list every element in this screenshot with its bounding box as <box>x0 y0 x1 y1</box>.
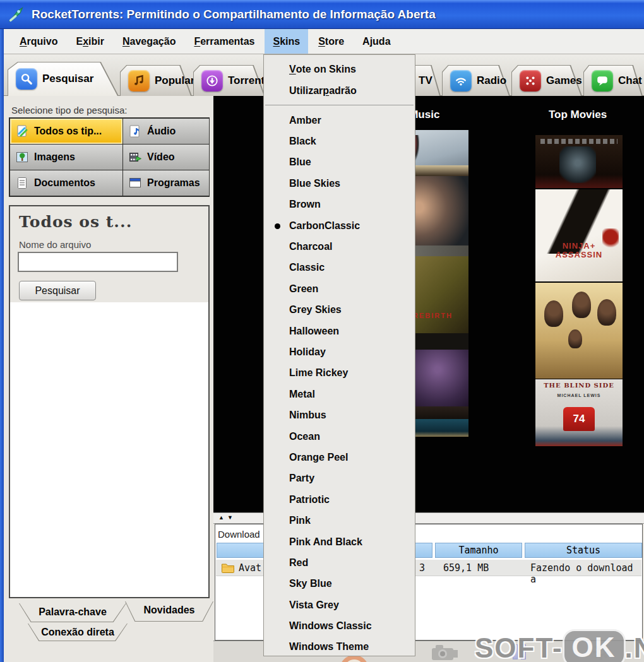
skins-dropdown-menu: Vote on Skins Utilizar padrão Amber Blac… <box>263 54 415 656</box>
tab-radio[interactable]: Radio <box>442 65 510 96</box>
tab-label: Popular <box>155 74 194 87</box>
skin-item-black[interactable]: Black <box>264 131 415 151</box>
filename-label: Nome do arquivo <box>19 239 91 250</box>
programs-icon <box>128 176 142 190</box>
bottom-tab-novidades[interactable]: Novidades <box>125 601 213 622</box>
skin-item-grey-skies[interactable]: Grey Skies <box>264 300 415 321</box>
type-button-imagens[interactable]: Imagens <box>10 145 122 170</box>
skin-item-windows-theme[interactable]: Windows Theme <box>264 637 415 658</box>
skin-item-ocean[interactable]: Ocean <box>264 426 415 447</box>
search-type-grid: Todos os tip... Áudio Imagens Vídeo Docu… <box>9 117 210 197</box>
jersey-number: 74 <box>563 407 595 431</box>
movie-poster[interactable] <box>535 135 623 188</box>
menu-separator <box>265 105 414 105</box>
documents-icon <box>15 176 29 190</box>
all-types-icon <box>15 124 29 138</box>
skin-item-pink[interactable]: Pink <box>264 510 415 531</box>
skin-item-carbonclassic[interactable]: CarbonClassic <box>264 215 415 236</box>
dice-icon <box>520 70 541 92</box>
skin-item-pink-and-black[interactable]: Pink And Black <box>264 531 415 552</box>
type-button-audio[interactable]: Áudio <box>123 119 209 144</box>
menu-skins[interactable]: Skins <box>265 29 308 54</box>
skin-item-metal[interactable]: Metal <box>264 384 415 405</box>
skin-item-lime-rickey[interactable]: Lime Rickey <box>264 363 415 384</box>
skin-item-halloween[interactable]: Halloween <box>264 321 415 341</box>
skin-item-amber[interactable]: Amber <box>264 110 415 131</box>
window-title: RocketTorrents: Permitindo o Compartilha… <box>32 8 436 21</box>
column-header-tamanho[interactable]: Tamanho <box>435 543 522 558</box>
menu-ferramentas[interactable]: Ferramentas <box>186 29 263 54</box>
bottom-tab-conexao-direta[interactable]: Conexão direta <box>28 624 128 641</box>
download-icon <box>201 70 223 92</box>
tab-label: Pesquisar <box>42 73 93 85</box>
menu-arquivo[interactable]: Arquivo <box>11 29 66 54</box>
skin-item-charcoal[interactable]: Charcoal <box>264 236 415 257</box>
tab-torrents[interactable]: Torrents <box>193 65 265 96</box>
wifi-icon <box>450 70 472 92</box>
tab-pesquisar[interactable]: Pesquisar <box>8 62 119 96</box>
menu-ajuda[interactable]: Ajuda <box>354 29 398 54</box>
audio-icon <box>128 124 142 138</box>
menu-navegacao[interactable]: Navegação <box>114 29 184 54</box>
search-form-panel: Todos os t... Nome do arquivo Pesquisar <box>9 205 210 598</box>
bottom-tab-palavra-chave[interactable]: Palavra-chave <box>19 603 126 622</box>
menu-exibir[interactable]: Exibir <box>68 29 112 54</box>
skin-item-classic[interactable]: Classic <box>264 257 415 278</box>
movie-poster-ninja-assassin[interactable]: NINJA+ ASSASSIN <box>535 189 623 281</box>
menu-item-vote-on-skins[interactable]: Vote on Skins <box>264 59 415 80</box>
search-icon <box>16 68 37 90</box>
selected-skin-bullet <box>275 223 280 229</box>
download-status: Fazendo o download a <box>530 562 641 585</box>
form-title: Todos os t... <box>19 213 132 231</box>
music-icon <box>128 70 150 92</box>
video-icon <box>128 150 142 164</box>
download-tail: 3 <box>419 562 425 574</box>
skin-item-brown[interactable]: Brown <box>264 194 415 215</box>
search-sidebar: Selecione tipo de pesquisa: Todos os tip… <box>4 96 213 662</box>
skin-item-party[interactable]: Party <box>264 468 415 489</box>
movie-poster-blind-side[interactable]: THE BLIND SIDE MICHAEL LEWIS 74 <box>535 379 623 446</box>
type-button-todos[interactable]: Todos os tip... <box>10 119 122 144</box>
downloads-label: Download <box>218 529 260 540</box>
skin-item-patriotic[interactable]: Patriotic <box>264 489 415 510</box>
skin-item-orange-peel[interactable]: Orange Peel <box>264 447 415 468</box>
download-name: Avat <box>239 562 261 574</box>
skin-item-red[interactable]: Red <box>264 552 415 573</box>
type-button-programas[interactable]: Programas <box>123 170 209 196</box>
menu-store[interactable]: Store <box>310 29 352 54</box>
type-button-video[interactable]: Vídeo <box>123 145 209 170</box>
filename-input[interactable] <box>18 252 178 272</box>
splitter-arrows[interactable]: ▲▼ <box>218 514 236 521</box>
chat-icon <box>592 70 613 92</box>
camera-icon[interactable] <box>431 644 458 661</box>
skin-item-blue-skies[interactable]: Blue Skies <box>264 173 415 194</box>
top-movies-header: Top Movies <box>534 109 622 121</box>
tab-chat[interactable]: Chat <box>583 65 643 96</box>
movie-poster-hangover[interactable] <box>535 283 623 379</box>
skin-item-blue[interactable]: Blue <box>264 152 415 173</box>
skin-item-nimbus[interactable]: Nimbus <box>264 405 415 425</box>
rocket-icon <box>8 6 25 23</box>
tab-label: Radio <box>477 74 506 87</box>
skin-item-sky-blue[interactable]: Sky Blue <box>264 574 415 594</box>
skin-item-holiday[interactable]: Holiday <box>264 341 415 362</box>
tab-label: Chat <box>618 74 642 87</box>
tab-popular[interactable]: Popular <box>120 65 192 96</box>
type-button-documentos[interactable]: Documentos <box>10 170 122 196</box>
skin-item-vista-grey[interactable]: Vista Grey <box>264 594 415 615</box>
tab-games[interactable]: Games <box>511 65 582 96</box>
title-bar[interactable]: RocketTorrents: Permitindo o Compartilha… <box>0 0 644 29</box>
skin-item-green[interactable]: Green <box>264 278 415 299</box>
search-type-heading: Selecione tipo de pesquisa: <box>11 105 127 115</box>
tab-label: TV <box>419 74 432 87</box>
folder-icon <box>221 562 235 574</box>
pesquisar-button[interactable]: Pesquisar <box>19 281 96 300</box>
soft-ok-watermark: SOFT-OK.NET <box>475 631 644 662</box>
menu-item-utilizar-padrao[interactable]: Utilizar padrão <box>264 80 415 102</box>
tab-label: Games <box>546 74 582 87</box>
menu-bar: Arquivo Exibir Navegação Ferramentas Ski… <box>0 29 644 54</box>
skin-item-windows-classic[interactable]: Windows Classic <box>264 615 415 636</box>
download-size: 659,1 MB <box>443 562 489 574</box>
column-header-status[interactable]: Status <box>525 543 642 558</box>
rockettorrents-window: RocketTorrents: Permitindo o Compartilha… <box>0 0 644 662</box>
